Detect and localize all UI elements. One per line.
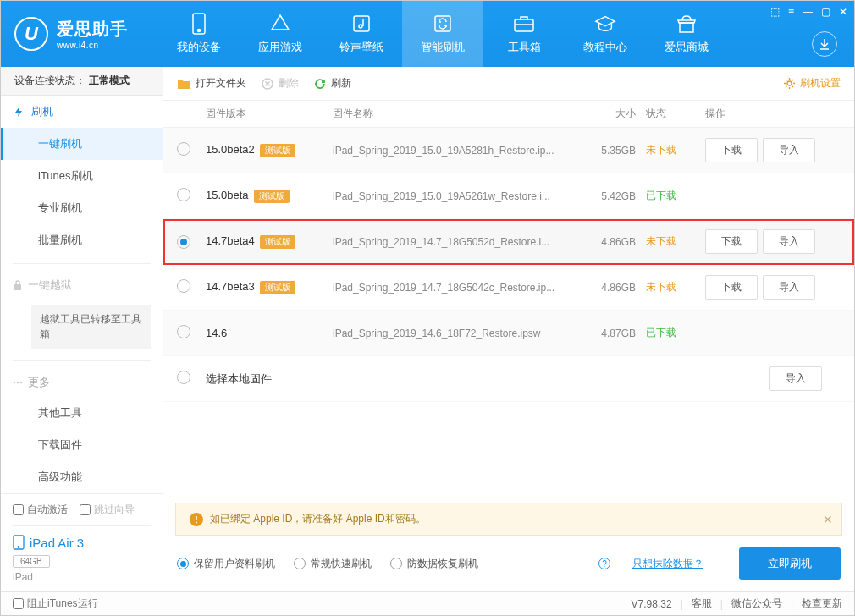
shirt-icon[interactable]: ⬚: [770, 6, 780, 18]
firmware-row[interactable]: 14.7beta4测试版iPad_Spring_2019_14.7_18G505…: [163, 219, 854, 265]
row-status: 未下载: [646, 143, 705, 157]
open-folder-button[interactable]: 打开文件夹: [177, 76, 246, 91]
nav-flash[interactable]: 智能刷机: [402, 1, 483, 67]
row-radio[interactable]: [177, 325, 190, 338]
row-status: 未下载: [646, 234, 705, 249]
sidebar-item-advanced[interactable]: 高级功能: [1, 461, 163, 493]
import-button[interactable]: 导入: [763, 138, 815, 162]
nav-my-device[interactable]: 我的设备: [158, 1, 240, 67]
download-manager-icon[interactable]: [812, 31, 837, 57]
svg-point-9: [17, 382, 19, 384]
svg-rect-5: [515, 19, 533, 31]
import-button[interactable]: 导入: [763, 275, 815, 300]
row-size: 4.86GB: [587, 282, 646, 294]
close-warning-icon[interactable]: ✕: [823, 513, 833, 526]
svg-point-14: [787, 81, 792, 85]
check-update-link[interactable]: 检查更新: [802, 597, 842, 611]
row-version: 15.0beta测试版: [206, 189, 333, 203]
more-icon: [13, 377, 23, 388]
sidebar-item-pro[interactable]: 专业刷机: [1, 192, 163, 224]
col-size[interactable]: 大小: [587, 107, 646, 121]
auto-activate-checkbox[interactable]: 自动激活: [13, 503, 68, 517]
row-radio[interactable]: [177, 188, 190, 201]
connection-mode: 正常模式: [89, 74, 130, 88]
block-itunes-checkbox[interactable]: 阻止iTunes运行: [13, 597, 98, 611]
local-firmware-row[interactable]: 选择本地固件 导入: [163, 356, 854, 402]
nav-ringtones[interactable]: 铃声壁纸: [321, 1, 402, 67]
sidebar-item-oneclick[interactable]: 一键刷机: [1, 128, 163, 160]
row-filename: iPad_Spring_2019_14.7_18G5052d_Restore.i…: [333, 236, 587, 248]
device-name[interactable]: iPad Air 3: [13, 535, 151, 550]
nav-apps[interactable]: 应用游戏: [240, 1, 321, 67]
firmware-list: 15.0beta2测试版iPad_Spring_2019_15.0_19A528…: [163, 128, 854, 356]
opt-keep-data[interactable]: 保留用户资料刷机: [177, 557, 275, 571]
nav-tutorials[interactable]: 教程中心: [565, 1, 646, 67]
row-radio[interactable]: [177, 235, 190, 249]
svg-point-8: [14, 382, 16, 384]
menu-icon[interactable]: ≡: [788, 6, 794, 18]
row-radio[interactable]: [177, 279, 190, 293]
flash-icon: [13, 106, 25, 118]
opt-normal[interactable]: 常规快速刷机: [294, 557, 372, 571]
content-area: 打开文件夹 删除 刷新 刷机设置 固件版本 固件名称 大小 状态 操作: [163, 67, 854, 591]
row-size: 5.42GB: [587, 190, 646, 202]
maximize-icon[interactable]: ▢: [821, 6, 830, 18]
sidebar-item-download-fw[interactable]: 下载固件: [1, 429, 163, 461]
close-icon[interactable]: ✕: [839, 6, 847, 18]
row-status: 未下载: [646, 280, 705, 294]
row-version: 15.0beta2测试版: [206, 143, 333, 157]
col-ops[interactable]: 操作: [705, 107, 841, 121]
sidebar-item-itunes[interactable]: iTunes刷机: [1, 160, 163, 192]
beta-badge: 测试版: [260, 235, 295, 249]
row-radio[interactable]: [177, 142, 190, 156]
music-icon: [350, 13, 372, 35]
help-icon[interactable]: ?: [598, 558, 610, 569]
row-size: 4.86GB: [587, 236, 646, 248]
download-button[interactable]: 下载: [705, 138, 758, 162]
row-filename: iPad_Spring_2019_14.6_18F72_Restore.ipsw: [333, 327, 587, 339]
firmware-row[interactable]: 14.6iPad_Spring_2019_14.6_18F72_Restore.…: [163, 311, 854, 356]
download-button[interactable]: 下载: [705, 275, 758, 300]
table-header: 固件版本 固件名称 大小 状态 操作: [163, 101, 854, 128]
refresh-icon: [432, 13, 454, 35]
delete-icon: [262, 78, 273, 90]
firmware-row[interactable]: 15.0beta2测试版iPad_Spring_2019_15.0_19A528…: [163, 128, 854, 173]
skip-guide-checkbox[interactable]: 跳过向导: [80, 503, 135, 517]
sidebar-cat-flash[interactable]: 刷机: [1, 96, 163, 128]
firmware-row[interactable]: 14.7beta3测试版iPad_Spring_2019_14.7_18G504…: [163, 265, 854, 311]
beta-badge: 测试版: [260, 144, 295, 157]
nav-store[interactable]: 爱思商城: [646, 1, 727, 67]
app-site: www.i4.cn: [57, 41, 128, 50]
col-status[interactable]: 状态: [646, 107, 705, 121]
import-button[interactable]: 导入: [763, 229, 815, 254]
opt-antierase[interactable]: 防数据恢复刷机: [390, 557, 478, 571]
row-size: 4.87GB: [587, 327, 646, 339]
row-filename: iPad_Spring_2019_14.7_18G5042c_Restore.i…: [333, 282, 587, 294]
nav-toolbox[interactable]: 工具箱: [483, 1, 565, 67]
beta-badge: 测试版: [254, 190, 290, 203]
refresh-button[interactable]: 刷新: [314, 76, 351, 91]
col-name[interactable]: 固件名称: [333, 107, 587, 121]
flash-settings-button[interactable]: 刷机设置: [783, 76, 841, 91]
svg-point-3: [359, 25, 362, 28]
minimize-icon[interactable]: ―: [803, 6, 813, 18]
firmware-row[interactable]: 15.0beta测试版iPad_Spring_2019_15.0_19A5261…: [163, 173, 854, 219]
version-label: V7.98.32: [632, 598, 672, 610]
jailbreak-moved-notice: 越狱工具已转移至工具箱: [31, 305, 151, 349]
svg-point-10: [20, 382, 23, 384]
beta-badge: 测试版: [260, 281, 295, 294]
download-button[interactable]: 下载: [705, 229, 758, 254]
customer-service-link[interactable]: 客服: [692, 597, 712, 611]
import-local-button[interactable]: 导入: [770, 366, 822, 391]
sidebar-item-other[interactable]: 其他工具: [1, 397, 163, 429]
wechat-link[interactable]: 微信公众号: [731, 597, 782, 611]
row-status: 已下载: [646, 326, 705, 340]
row-version: 14.6: [206, 327, 333, 339]
radio-local[interactable]: [177, 371, 190, 384]
sidebar-cat-more[interactable]: 更多: [1, 368, 163, 397]
row-version: 14.7beta4测试版: [206, 234, 333, 249]
sidebar-item-batch[interactable]: 批量刷机: [1, 224, 163, 256]
erase-only-link[interactable]: 只想抹除数据？: [632, 557, 703, 571]
col-version[interactable]: 固件版本: [206, 107, 333, 121]
flash-now-button[interactable]: 立即刷机: [739, 547, 841, 580]
